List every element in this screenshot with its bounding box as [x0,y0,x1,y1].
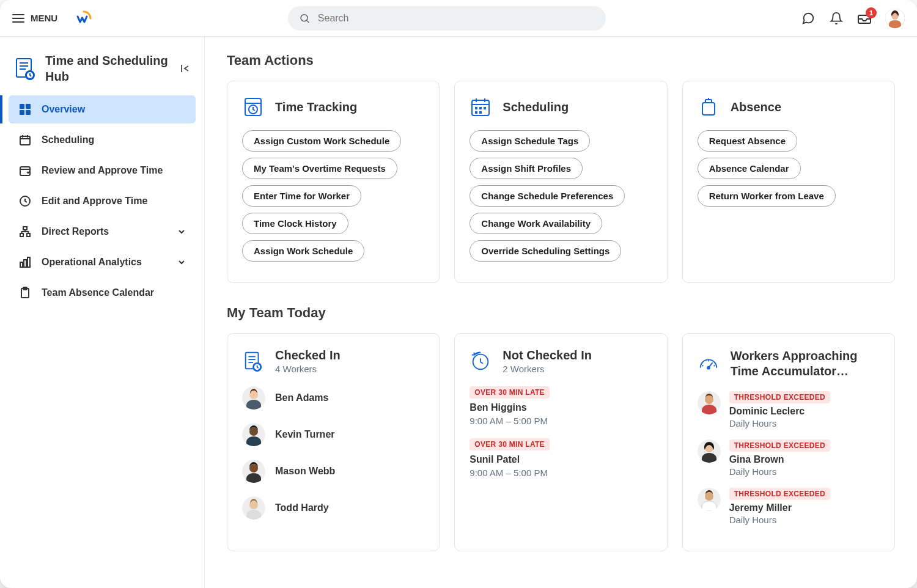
card-title: Scheduling [503,100,569,114]
svg-rect-25 [27,233,30,237]
svg-rect-28 [28,257,30,267]
sidebar-item-operational-analytics[interactable]: Operational Analytics [9,248,196,276]
menu-button[interactable]: MENU [12,13,57,23]
worker-name: Todd Hardy [275,502,329,513]
worker-name: Kevin Turner [275,429,335,440]
action-pill[interactable]: Absence Calendar [698,158,801,179]
action-pill[interactable]: Assign Work Schedule [242,240,364,262]
svg-rect-24 [20,233,23,237]
action-pill[interactable]: Change Work Availability [470,213,602,234]
sidebar-item-review-approve[interactable]: Review and Approve Time [9,156,196,185]
sidebar: Time and Scheduling Hub Overview Schedul… [0,37,205,588]
review-icon [18,164,32,177]
worker-name: Dominic Leclerc [729,406,830,417]
action-pill[interactable]: Request Absence [698,130,797,152]
late-tag: OVER 30 MIN LATE [470,438,550,450]
sidebar-item-direct-reports[interactable]: Direct Reports [9,218,196,246]
worker-row[interactable]: Ben Adams [242,386,424,410]
sidebar-item-label: Review and Approve Time [42,165,163,176]
svg-rect-43 [702,103,715,115]
inbox-icon[interactable]: 1 [857,11,872,26]
card-scheduling: Scheduling Assign Schedule Tags Assign S… [454,81,667,283]
sidebar-item-team-absence[interactable]: Team Absence Calendar [9,279,196,307]
worker-sub: Daily Hours [729,418,830,428]
sidebar-item-label: Operational Analytics [42,257,142,268]
worker-row[interactable]: Mason Webb [242,460,424,483]
action-pill[interactable]: My Team's Overtime Requests [242,158,397,179]
card-title: Absence [731,100,781,114]
worker-avatar [698,391,721,414]
sidebar-item-label: Edit and Approve Time [42,196,147,207]
clipboard-icon [18,286,32,300]
chevron-down-icon [177,227,186,236]
chat-icon[interactable] [801,11,816,26]
analytics-icon [18,255,32,269]
notifications-icon[interactable] [829,11,844,26]
action-pill[interactable]: Assign Custom Work Schedule [242,130,401,152]
workday-logo[interactable] [75,9,93,28]
worker-row[interactable]: THRESHOLD EXCEEDED Dominic Leclerc Daily… [698,391,880,428]
checked-in-icon [242,350,264,372]
card-time-accumulator: Workers Approaching Time Accumulator… TH… [682,333,895,551]
svg-rect-15 [26,110,31,115]
action-pill[interactable]: Time Clock History [242,213,348,234]
worker-row[interactable]: Todd Hardy [242,496,424,520]
svg-rect-42 [479,111,482,114]
action-pill[interactable]: Assign Schedule Tags [470,130,590,152]
collapse-sidebar-button[interactable] [180,63,191,74]
worker-name: Jeremy Miller [729,502,830,513]
clock-icon [18,194,32,208]
svg-rect-13 [26,104,31,109]
svg-rect-20 [20,167,30,175]
search-input[interactable] [318,13,595,24]
my-team-today-title: My Team Today [227,305,895,321]
worker-row[interactable]: THRESHOLD EXCEEDED Jeremy Miller Daily H… [698,488,880,525]
sidebar-item-label: Team Absence Calendar [42,287,154,298]
worker-name: Gina Brown [729,454,830,465]
worker-name: Sunil Patel [470,454,652,465]
org-icon [18,225,32,238]
profile-avatar[interactable] [885,9,905,28]
sidebar-item-label: Scheduling [42,134,94,145]
inbox-badge: 1 [866,7,877,18]
svg-rect-39 [479,107,482,109]
card-checked-in: Checked In 4 Workers Ben Adams Kevin Tur… [227,333,440,551]
worker-avatar [242,386,265,410]
action-pill[interactable]: Override Scheduling Settings [470,240,621,262]
calendar-icon [18,133,32,147]
worker-avatar [242,460,265,483]
worker-name: Ben Adams [275,392,328,403]
action-pill[interactable]: Assign Shift Profiles [470,158,583,179]
sidebar-item-overview[interactable]: Overview [9,95,196,123]
svg-rect-44 [705,100,712,103]
action-pill[interactable]: Enter Time for Worker [242,185,361,207]
search-icon [299,12,311,24]
action-pill[interactable]: Return Worker from Leave [698,185,836,207]
action-pill[interactable]: Change Schedule Preferences [470,185,625,207]
sidebar-item-label: Overview [42,104,85,115]
scheduling-icon [470,96,492,118]
sidebar-item-edit-approve[interactable]: Edit and Approve Time [9,187,196,215]
card-not-checked-in: Not Checked In 2 Workers OVER 30 MIN LAT… [454,333,667,551]
threshold-tag: THRESHOLD EXCEEDED [729,439,830,452]
sidebar-item-scheduling[interactable]: Scheduling [9,126,196,154]
worker-row[interactable]: OVER 30 MIN LATE Sunil Patel 9:00 AM – 5… [470,438,652,478]
search-bar[interactable] [288,6,606,31]
menu-label: MENU [31,13,57,23]
svg-rect-14 [20,110,24,115]
hamburger-icon [12,14,24,23]
worker-row[interactable]: OVER 30 MIN LATE Ben Higgins 9:00 AM – 5… [470,386,652,426]
svg-point-0 [301,14,308,21]
worker-sub: Daily Hours [729,466,830,477]
worker-row[interactable]: Kevin Turner [242,423,424,446]
sidebar-item-label: Direct Reports [42,226,109,237]
time-tracking-icon [242,96,264,118]
schedule-range: 9:00 AM – 5:00 PM [470,416,652,426]
sidebar-title: Time and Scheduling Hub [45,53,171,84]
worker-name: Mason Webb [275,466,335,477]
worker-row[interactable]: THRESHOLD EXCEEDED Gina Brown Daily Hour… [698,439,880,477]
topbar: MENU 1 [0,0,917,37]
svg-rect-23 [23,227,27,230]
svg-point-71 [705,492,713,501]
worker-avatar [698,439,721,463]
